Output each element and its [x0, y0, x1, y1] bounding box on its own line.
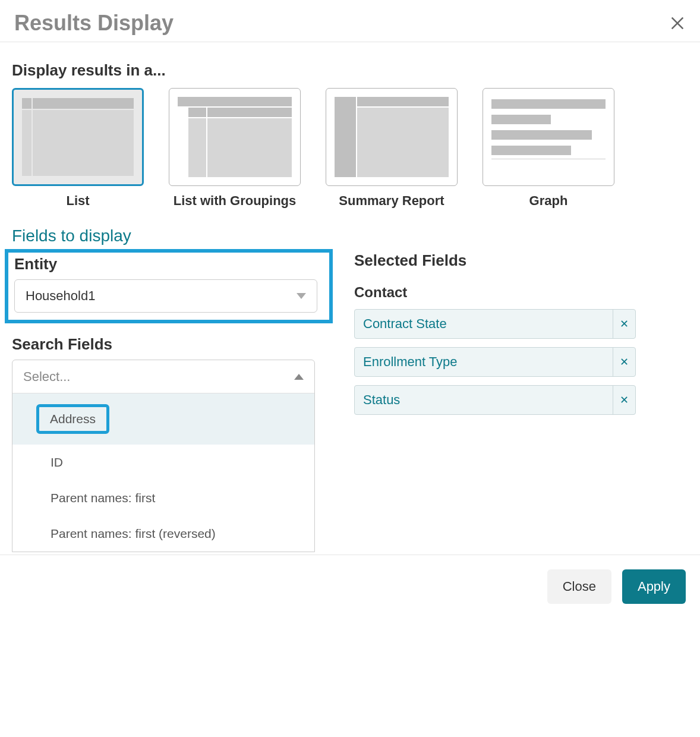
selected-fields-group: Contact: [354, 284, 638, 301]
entity-select[interactable]: Household1: [14, 279, 317, 313]
fields-columns: Entity Household1 Search Fields Select..…: [12, 249, 688, 552]
search-fields-placeholder: Select...: [23, 369, 70, 385]
selected-field-label: Status: [355, 386, 613, 414]
search-fields-label: Search Fields: [12, 335, 333, 354]
modal-footer: Close Apply: [0, 555, 700, 618]
search-fields-option-address[interactable]: Address: [12, 393, 314, 445]
selected-field-contract-state[interactable]: Contract State ✕: [354, 309, 636, 339]
fields-left-column: Entity Household1 Search Fields Select..…: [12, 249, 333, 552]
display-option-label: Graph: [529, 193, 568, 209]
selected-field-enrollment-type[interactable]: Enrollment Type ✕: [354, 347, 636, 377]
chevron-down-icon: [297, 293, 306, 299]
selected-fields-heading: Selected Fields: [354, 251, 638, 270]
search-fields-trigger[interactable]: Select...: [12, 360, 314, 393]
chevron-up-icon: [294, 374, 304, 380]
remove-field-icon[interactable]: ✕: [613, 310, 635, 338]
selected-field-status[interactable]: Status ✕: [354, 385, 636, 415]
list-thumbnail: [12, 88, 144, 186]
search-fields-option-parent-first[interactable]: Parent names: first: [12, 480, 314, 516]
display-results-heading: Display results in a...: [12, 61, 688, 80]
display-option-graph[interactable]: Graph: [483, 88, 614, 209]
selected-field-label: Contract State: [355, 310, 613, 338]
remove-field-icon[interactable]: ✕: [613, 348, 635, 376]
display-option-list[interactable]: List: [12, 88, 144, 209]
search-fields-option-id[interactable]: ID: [12, 445, 314, 480]
display-option-label: List: [66, 193, 89, 209]
option-highlight: Address: [36, 404, 109, 434]
search-fields-options: Address ID Parent names: first Parent na…: [12, 393, 314, 552]
modal-title: Results Display: [14, 11, 174, 36]
summary-thumbnail: [326, 88, 458, 186]
apply-button[interactable]: Apply: [622, 569, 686, 604]
fields-right-column: Selected Fields Contact Contract State ✕…: [354, 249, 638, 552]
search-fields-option-parent-first-rev[interactable]: Parent names: first (reversed): [12, 516, 314, 552]
close-icon[interactable]: [669, 15, 686, 32]
display-option-label: List with Groupings: [174, 193, 297, 209]
entity-label: Entity: [14, 255, 323, 273]
close-button[interactable]: Close: [547, 569, 611, 604]
groupings-thumbnail: [169, 88, 301, 186]
fields-to-display-heading: Fields to display: [12, 226, 688, 245]
display-option-label: Summary Report: [339, 193, 444, 209]
modal-body: Display results in a... List: [0, 42, 700, 552]
entity-highlight: Entity Household1: [5, 249, 333, 323]
results-display-modal: Results Display Display results in a...: [0, 0, 700, 618]
search-fields-select: Select... Address ID Parent names: first…: [12, 360, 315, 552]
graph-thumbnail: [483, 88, 614, 186]
remove-field-icon[interactable]: ✕: [613, 386, 635, 414]
selected-field-label: Enrollment Type: [355, 348, 613, 376]
display-type-cards: List: [12, 88, 688, 209]
display-option-summary[interactable]: Summary Report: [326, 88, 458, 209]
entity-select-value: Household1: [26, 288, 95, 304]
display-option-list-groupings[interactable]: List with Groupings: [169, 88, 301, 209]
modal-header: Results Display: [0, 0, 700, 42]
